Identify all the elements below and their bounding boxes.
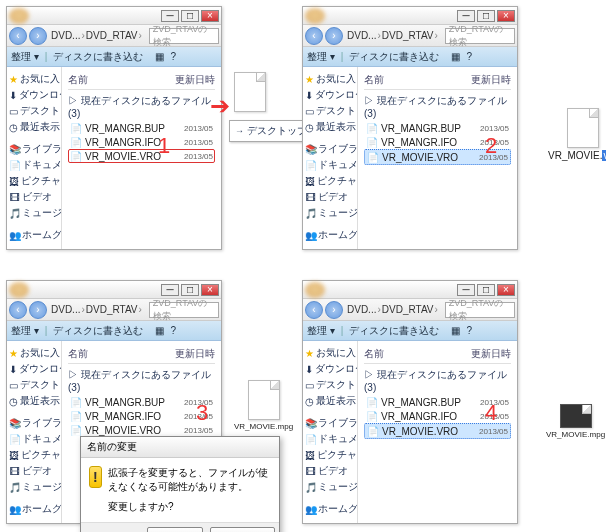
sidebar-pictures[interactable]: 🖼ピクチャ (9, 447, 59, 463)
help-icon[interactable]: ? (170, 51, 176, 62)
breadcrumb[interactable]: DVD...›DVD_RTAV› (49, 30, 145, 41)
maximize-button[interactable]: □ (181, 284, 199, 296)
minimize-button[interactable]: ─ (161, 284, 179, 296)
view-icon[interactable]: ▦ (155, 325, 164, 336)
organize-menu[interactable]: 整理 ▾ (11, 324, 39, 338)
sidebar-libraries[interactable]: 📚ライブラリ (305, 141, 355, 157)
search-input[interactable]: ZVD_RTAVの検索 (445, 28, 515, 44)
sidebar-recent[interactable]: ◷最近表示した場所 (9, 393, 59, 409)
file-row[interactable]: 📄VR_MANGR.BUP2013/05 (68, 395, 215, 409)
yes-button[interactable]: はい(Y) (147, 527, 203, 532)
close-button[interactable]: × (497, 284, 515, 296)
sidebar-recent[interactable]: ◷最近表示した場所 (9, 119, 59, 135)
sidebar-homegroup[interactable]: 👥ホームグループ (9, 501, 59, 517)
sidebar-downloads[interactable]: ⬇ダウンロード (9, 361, 59, 377)
sidebar-music[interactable]: 🎵ミュージック (305, 205, 355, 221)
sidebar-music[interactable]: 🎵ミュージック (9, 479, 59, 495)
sidebar-homegroup[interactable]: 👥ホームグループ (305, 501, 355, 517)
sidebar-libraries[interactable]: 📚ライブラリ (9, 141, 59, 157)
help-icon[interactable]: ? (466, 51, 472, 62)
view-icon[interactable]: ▦ (451, 51, 460, 62)
close-button[interactable]: × (201, 284, 219, 296)
sidebar-videos[interactable]: 🎞ビデオ (9, 189, 59, 205)
burn-menu[interactable]: ディスクに書き込む (53, 324, 143, 338)
section-title[interactable]: ▷ 現在ディスクにあるファイル (3) (364, 90, 511, 121)
forward-button[interactable]: › (325, 27, 343, 45)
section-title[interactable]: ▷ 現在ディスクにあるファイル (3) (364, 364, 511, 395)
col-date[interactable]: 更新日時 (461, 347, 511, 361)
sidebar-desktop[interactable]: ▭デスクトップ (9, 377, 59, 393)
close-button[interactable]: × (497, 10, 515, 22)
sidebar-favorites[interactable]: ★お気に入り (9, 345, 59, 361)
sidebar-documents[interactable]: 📄ドキュメント (305, 431, 355, 447)
sidebar-pictures[interactable]: 🖼ピクチャ (9, 173, 59, 189)
sidebar-documents[interactable]: 📄ドキュメント (305, 157, 355, 173)
col-name[interactable]: 名前 (364, 347, 461, 361)
section-title[interactable]: ▷ 現在ディスクにあるファイル (3) (68, 90, 215, 121)
col-name[interactable]: 名前 (68, 73, 165, 87)
sidebar-favorites[interactable]: ★お気に入り (9, 71, 59, 87)
desktop-file[interactable]: VR_MOVIE.mpg (234, 380, 293, 431)
sidebar-documents[interactable]: 📄ドキュメント (9, 431, 59, 447)
file-row[interactable]: 📄VR_MOVIE.VRO2013/05 (68, 423, 215, 437)
view-icon[interactable]: ▦ (451, 325, 460, 336)
col-name[interactable]: 名前 (364, 73, 461, 87)
sidebar-pictures[interactable]: 🖼ピクチャ (305, 173, 355, 189)
back-button[interactable]: ‹ (305, 301, 323, 319)
forward-button[interactable]: › (29, 27, 47, 45)
desktop-file-mpg[interactable]: VR_MOVIE.mpg (546, 404, 605, 439)
sidebar-libraries[interactable]: 📚ライブラリ (9, 415, 59, 431)
sidebar-downloads[interactable]: ⬇ダウンロード (305, 87, 355, 103)
forward-button[interactable]: › (29, 301, 47, 319)
search-input[interactable]: ZVD_RTAVの検索 (445, 302, 515, 318)
sidebar-recent[interactable]: ◷最近表示した場所 (305, 393, 355, 409)
desktop-file-renaming[interactable]: VR_MOVIE.vro (548, 108, 606, 161)
organize-menu[interactable]: 整理 ▾ (307, 50, 335, 64)
help-icon[interactable]: ? (170, 325, 176, 336)
col-date[interactable]: 更新日時 (165, 347, 215, 361)
sidebar-favorites[interactable]: ★お気に入り (305, 71, 355, 87)
sidebar-downloads[interactable]: ⬇ダウンロード (9, 87, 59, 103)
sidebar-videos[interactable]: 🎞ビデオ (305, 463, 355, 479)
sidebar-favorites[interactable]: ★お気に入り (305, 345, 355, 361)
col-date[interactable]: 更新日時 (165, 73, 215, 87)
sidebar-recent[interactable]: ◷最近表示した場所 (305, 119, 355, 135)
maximize-button[interactable]: □ (477, 10, 495, 22)
burn-menu[interactable]: ディスクに書き込む (349, 50, 439, 64)
organize-menu[interactable]: 整理 ▾ (11, 50, 39, 64)
minimize-button[interactable]: ─ (457, 284, 475, 296)
back-button[interactable]: ‹ (305, 27, 323, 45)
burn-menu[interactable]: ディスクに書き込む (53, 50, 143, 64)
close-button[interactable]: × (201, 10, 219, 22)
maximize-button[interactable]: □ (181, 10, 199, 22)
maximize-button[interactable]: □ (477, 284, 495, 296)
sidebar-libraries[interactable]: 📚ライブラリ (305, 415, 355, 431)
sidebar-desktop[interactable]: ▭デスクトップ (9, 103, 59, 119)
sidebar-music[interactable]: 🎵ミュージック (9, 205, 59, 221)
sidebar-homegroup[interactable]: 👥ホームグループ (305, 227, 355, 243)
burn-menu[interactable]: ディスクに書き込む (349, 324, 439, 338)
organize-menu[interactable]: 整理 ▾ (307, 324, 335, 338)
sidebar-videos[interactable]: 🎞ビデオ (9, 463, 59, 479)
file-row[interactable]: 📄VR_MANGR.IFO2013/05 (68, 409, 215, 423)
drop-target-icon[interactable] (234, 72, 266, 114)
file-row-highlighted[interactable]: 📄VR_MOVIE.VRO2013/05 (68, 149, 215, 163)
minimize-button[interactable]: ─ (457, 10, 475, 22)
no-button[interactable]: いいえ(N) (210, 527, 276, 532)
view-icon[interactable]: ▦ (155, 51, 164, 62)
minimize-button[interactable]: ─ (161, 10, 179, 22)
search-input[interactable]: ZVD_RTAVの検索 (149, 302, 219, 318)
sidebar-documents[interactable]: 📄ドキュメント (9, 157, 59, 173)
sidebar-homegroup[interactable]: 👥ホームグループ (9, 227, 59, 243)
breadcrumb[interactable]: DVD...›DVD_RTAV› (345, 30, 441, 41)
section-title[interactable]: ▷ 現在ディスクにあるファイル (3) (68, 364, 215, 395)
sidebar-pictures[interactable]: 🖼ピクチャ (305, 447, 355, 463)
col-name[interactable]: 名前 (68, 347, 165, 361)
breadcrumb[interactable]: DVD...›DVD_RTAV› (345, 304, 441, 315)
breadcrumb[interactable]: DVD...›DVD_RTAV› (49, 304, 145, 315)
sidebar-music[interactable]: 🎵ミュージック (305, 479, 355, 495)
search-input[interactable]: ZVD_RTAVの検索 (149, 28, 219, 44)
help-icon[interactable]: ? (466, 325, 472, 336)
back-button[interactable]: ‹ (9, 27, 27, 45)
back-button[interactable]: ‹ (9, 301, 27, 319)
